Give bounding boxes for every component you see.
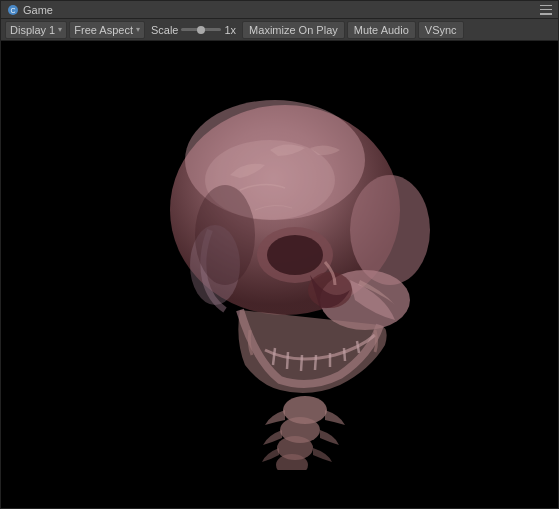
scale-label: Scale bbox=[151, 24, 179, 36]
title-bar: C Game bbox=[1, 1, 558, 19]
svg-point-22 bbox=[195, 185, 255, 285]
svg-point-4 bbox=[350, 175, 430, 285]
skull-render bbox=[110, 80, 450, 470]
game-toolbar: Display 1 ▾ Free Aspect ▾ Scale 1x Maxim… bbox=[1, 19, 558, 41]
svg-text:C: C bbox=[10, 7, 15, 14]
aspect-dropdown[interactable]: Free Aspect ▾ bbox=[69, 21, 145, 39]
hamburger-menu-icon[interactable] bbox=[540, 5, 552, 15]
display-dropdown-arrow: ▾ bbox=[58, 25, 62, 34]
svg-line-11 bbox=[301, 355, 302, 371]
scale-value: 1x bbox=[224, 24, 236, 36]
skull-svg bbox=[110, 80, 450, 470]
scale-control: Scale 1x bbox=[147, 24, 240, 36]
window-title: Game bbox=[23, 4, 540, 16]
scale-slider-thumb bbox=[197, 26, 205, 34]
vsync-button[interactable]: VSync bbox=[418, 21, 464, 39]
aspect-dropdown-arrow: ▾ bbox=[136, 25, 140, 34]
maximize-on-play-button[interactable]: Maximize On Play bbox=[242, 21, 345, 39]
unity-game-window: C Game Display 1 ▾ Free Aspect ▾ Scale 1… bbox=[0, 0, 559, 509]
mute-audio-button[interactable]: Mute Audio bbox=[347, 21, 416, 39]
svg-point-7 bbox=[267, 235, 323, 275]
svg-line-14 bbox=[344, 348, 345, 361]
scale-slider[interactable] bbox=[181, 28, 221, 31]
game-icon: C bbox=[7, 4, 19, 16]
display-dropdown[interactable]: Display 1 ▾ bbox=[5, 21, 67, 39]
svg-line-12 bbox=[315, 355, 316, 370]
game-viewport bbox=[1, 41, 558, 508]
svg-line-10 bbox=[287, 352, 288, 369]
